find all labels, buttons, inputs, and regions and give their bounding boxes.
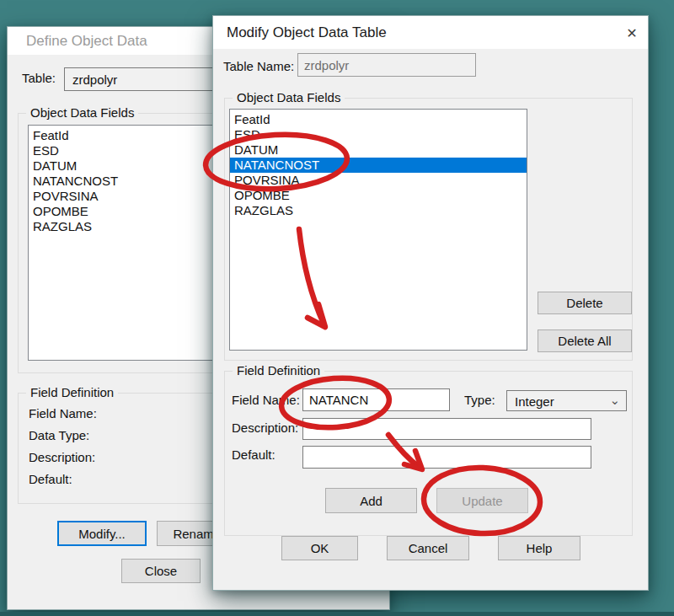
chevron-down-icon: ⌄: [609, 392, 620, 407]
field-definition-group-label: Field Definition: [233, 363, 324, 378]
data-type-label: Data Type:: [29, 428, 89, 442]
ok-button[interactable]: OK: [281, 536, 358, 560]
close-button[interactable]: Close: [121, 559, 201, 583]
field-name-label: Field Name:: [29, 406, 97, 420]
cancel-button[interactable]: Cancel: [387, 536, 469, 560]
type-label: Type:: [464, 393, 495, 407]
type-combobox-value: Integer: [515, 394, 554, 408]
type-combobox[interactable]: Integer ⌄: [506, 390, 627, 411]
object-data-fields-group-label: Object Data Fields: [233, 90, 345, 104]
table-label: Table:: [22, 71, 56, 85]
object-data-fields-list[interactable]: FeatId ESD DATUM NATANCNOST POVRSINA OPO…: [229, 109, 527, 351]
field-definition-group-label: Field Definition: [26, 385, 118, 399]
list-item-selected[interactable]: NATANCNOST: [230, 158, 527, 173]
list-item[interactable]: POVRSINA: [230, 173, 527, 188]
description-label: Description:: [29, 450, 95, 464]
modify-dialog-title: Modify Object Data Table: [227, 24, 387, 41]
add-button[interactable]: Add: [325, 488, 417, 513]
table-combobox-value: zrdpolyr: [72, 72, 117, 87]
close-icon[interactable]: ✕: [619, 21, 645, 45]
list-item[interactable]: DATUM: [230, 142, 527, 158]
delete-button[interactable]: Delete: [538, 292, 632, 314]
list-item[interactable]: FeatId: [230, 112, 527, 127]
list-item[interactable]: ESD: [230, 127, 527, 142]
field-name-input[interactable]: [302, 388, 450, 411]
help-button[interactable]: Help: [498, 536, 580, 560]
define-dialog-title: Define Object Data: [26, 33, 147, 50]
list-item[interactable]: OPOMBE: [230, 188, 527, 203]
list-item[interactable]: RAZGLAS: [230, 203, 527, 218]
object-data-fields-group-label: Object Data Fields: [26, 105, 138, 120]
default-input[interactable]: [302, 446, 591, 469]
field-name-label: Field Name:: [232, 393, 300, 407]
delete-all-button[interactable]: Delete All: [538, 329, 632, 352]
table-name-label: Table Name:: [223, 59, 294, 73]
description-input[interactable]: [302, 418, 591, 440]
modify-button[interactable]: Modify...: [57, 521, 147, 546]
modify-dialog-titlebar[interactable]: Modify Object Data Table: [213, 16, 648, 49]
window-bottom-edge: [0, 612, 674, 616]
update-button[interactable]: Update: [436, 488, 528, 513]
default-label: Default:: [29, 472, 72, 486]
table-name-input[interactable]: [297, 53, 476, 77]
modify-object-data-table-dialog: Modify Object Data Table ✕ Table Name: O…: [212, 15, 649, 591]
table-combobox[interactable]: zrdpolyr ⌄: [64, 67, 229, 91]
description-label: Description:: [232, 420, 298, 435]
default-label: Default:: [232, 447, 275, 462]
